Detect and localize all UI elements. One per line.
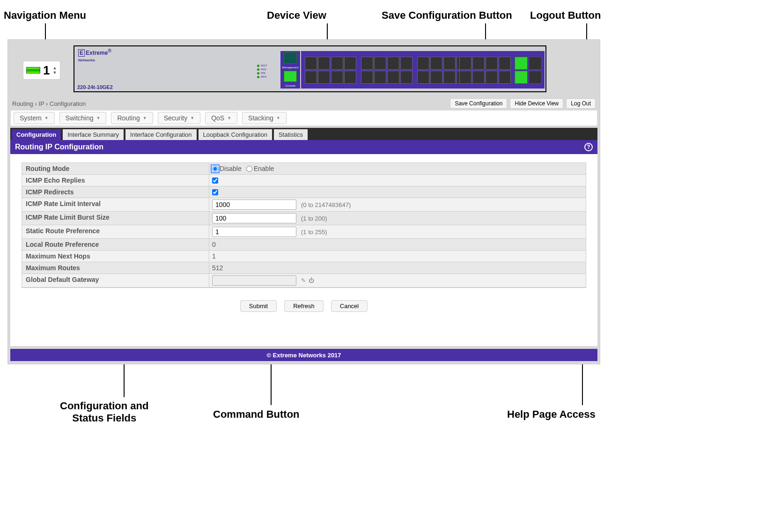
nav-item-routing[interactable]: Routing ▼ — [111, 112, 153, 124]
help-icon[interactable]: ? — [584, 143, 593, 151]
app-window: 1 ▲▼ EExtreme®Networks 220-24t-10GE2 MGT… — [7, 39, 600, 364]
callout-device-view: Device View — [267, 9, 326, 22]
tab-interface-summary[interactable]: Interface Summary — [63, 129, 124, 140]
rate-burst-hint: (1 to 200) — [301, 215, 327, 222]
chevron-down-icon: ▼ — [143, 116, 147, 120]
local-pref-value: 0 — [209, 239, 586, 250]
nav-item-security[interactable]: Security ▼ — [158, 112, 201, 124]
max-hops-label: Maximum Next Hops — [22, 251, 209, 262]
callout-logout: Logout Button — [530, 9, 601, 22]
gateway-input — [212, 275, 296, 286]
breadcrumb: Routing › IP › Configuration — [12, 100, 86, 107]
icmp-echo-label: ICMP Echo Replies — [22, 175, 209, 186]
unit-stepper-icon[interactable]: ▲▼ — [52, 66, 57, 75]
chevron-down-icon: ▼ — [276, 116, 280, 120]
callout-nav-menu: Navigation Menu — [4, 9, 86, 22]
static-pref-hint: (1 to 255) — [301, 229, 327, 236]
nav-item-stacking[interactable]: Stacking ▼ — [242, 112, 287, 124]
unit-led-icon — [26, 67, 40, 74]
tab-loopback-configuration[interactable]: Loopback Configuration — [199, 129, 272, 140]
static-pref-label: Static Route Preference — [22, 225, 209, 238]
refresh-button[interactable]: Refresh — [284, 300, 324, 312]
routing-mode-label: Routing Mode — [22, 163, 209, 174]
device-ports — [301, 51, 545, 89]
local-pref-label: Local Route Preference — [22, 239, 209, 250]
nav-item-qos[interactable]: QoS ▼ — [205, 112, 237, 124]
page-title: Routing IP Configuration — [15, 143, 103, 151]
device-brand: EExtreme®Networks — [78, 48, 111, 63]
unit-number: 1 — [43, 63, 50, 78]
navigation-menu: System ▼ Switching ▼ Routing ▼ Security … — [10, 110, 597, 126]
device-mgmt-ports: Management Console — [280, 51, 300, 89]
tab-interface-configuration[interactable]: Interface Configuration — [125, 129, 197, 140]
routing-mode-disable-radio[interactable] — [212, 166, 218, 172]
content-area: Routing Mode Disable Enable ICMP Echo Re… — [10, 154, 597, 346]
callout-save-config: Save Configuration Button — [382, 9, 512, 22]
rate-burst-input[interactable] — [212, 213, 296, 223]
callout-command-button: Command Button — [213, 408, 300, 421]
rate-interval-hint: (0 to 2147483647) — [301, 201, 351, 208]
unit-selector[interactable]: 1 ▲▼ — [23, 61, 60, 80]
chevron-down-icon: ▼ — [44, 116, 49, 120]
static-pref-input[interactable] — [212, 227, 296, 237]
tab-statistics[interactable]: Statistics — [274, 129, 308, 140]
icmp-echo-checkbox[interactable] — [212, 177, 218, 184]
device-view: EExtreme®Networks 220-24t-10GE2 MGT FAN … — [74, 45, 546, 92]
rate-burst-label: ICMP Rate Limit Burst Size — [22, 212, 209, 225]
rate-interval-label: ICMP Rate Limit Interval — [22, 198, 209, 211]
sub-tabs: Configuration Interface Summary Interfac… — [10, 128, 597, 140]
chevron-down-icon: ▼ — [96, 116, 101, 120]
icmp-redirects-checkbox[interactable] — [212, 189, 218, 195]
routing-mode-enable-radio[interactable] — [246, 166, 252, 172]
cancel-button[interactable]: Cancel — [331, 300, 368, 312]
tab-configuration[interactable]: Configuration — [12, 129, 61, 140]
logout-button[interactable]: Log Out — [566, 98, 596, 109]
chevron-down-icon: ▼ — [190, 116, 194, 120]
device-leds: MGT FAN PW RPS — [257, 64, 267, 78]
chevron-down-icon: ▼ — [227, 116, 231, 120]
config-form: Routing Mode Disable Enable ICMP Echo Re… — [22, 163, 586, 288]
icmp-redirects-label: ICMP Redirects — [22, 186, 209, 198]
power-icon[interactable]: ⏻ — [309, 277, 314, 284]
max-routes-label: Maximum Routes — [22, 262, 209, 273]
gateway-label: Global Default Gateway — [22, 274, 209, 287]
footer: © Extreme Networks 2017 — [10, 349, 597, 361]
edit-icon[interactable]: ✎ — [301, 277, 306, 284]
nav-item-switching[interactable]: Switching ▼ — [59, 112, 107, 124]
callout-help-access: Help Page Access — [507, 408, 596, 421]
rate-interval-input[interactable] — [212, 200, 296, 210]
device-model: 220-24t-10GE2 — [77, 84, 113, 90]
hide-device-view-button[interactable]: Hide Device View — [510, 98, 563, 109]
nav-item-system[interactable]: System ▼ — [14, 112, 55, 124]
submit-button[interactable]: Submit — [240, 300, 277, 312]
max-routes-value: 512 — [209, 262, 586, 273]
callout-config-fields: Configuration and Status Fields — [60, 400, 148, 424]
max-hops-value: 1 — [209, 251, 586, 262]
save-configuration-button[interactable]: Save Configuration — [450, 98, 507, 109]
